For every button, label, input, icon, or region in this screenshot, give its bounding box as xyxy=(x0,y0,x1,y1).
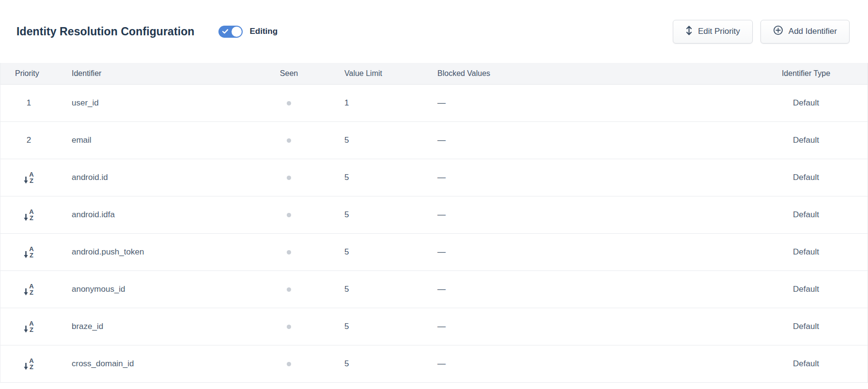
identifier-name: user_id xyxy=(72,98,99,107)
down-arrow-icon xyxy=(24,251,28,258)
editing-toggle-group: Editing xyxy=(218,26,278,38)
add-identifier-label: Add Identifier xyxy=(789,27,837,36)
identifiers-table: Priority Identifier Seen Value Limit Blo… xyxy=(0,63,868,383)
sort-alphabetical-icon: A Z xyxy=(23,283,35,296)
seen-indicator-dot xyxy=(287,213,291,217)
blocked-values: — xyxy=(427,196,744,233)
table-row[interactable]: 2 A Z email 5 — Default xyxy=(0,121,868,159)
seen-indicator-dot xyxy=(287,287,291,292)
table-row[interactable]: A Z android.push_token 5 — Default xyxy=(0,233,868,270)
blocked-values: — xyxy=(427,270,744,308)
header-actions: Edit Priority Add Identifier xyxy=(673,20,850,44)
identifier-name: braze_id xyxy=(72,322,103,331)
value-limit: 5 xyxy=(315,270,427,308)
add-identifier-button[interactable]: Add Identifier xyxy=(760,20,850,44)
blocked-values: — xyxy=(427,308,744,345)
identifier-type: Default xyxy=(744,196,868,233)
editing-toggle[interactable] xyxy=(218,26,243,38)
identifier-type: Default xyxy=(744,345,868,382)
identifier-type: Default xyxy=(744,308,868,345)
page-header: Identity Resolution Configuration Editin… xyxy=(0,0,868,63)
sort-alphabetical-icon: A Z xyxy=(23,246,35,258)
identifier-name: android.id xyxy=(72,173,108,182)
identifier-type: Default xyxy=(744,84,868,121)
value-limit: 5 xyxy=(315,308,427,345)
table-row[interactable]: A Z braze_id 5 — Default xyxy=(0,308,868,345)
identifier-type: Default xyxy=(744,233,868,270)
table-row[interactable]: A Z cross_domain_id 5 — Default xyxy=(0,345,868,382)
seen-indicator-dot xyxy=(287,138,291,143)
identifier-name: cross_domain_id xyxy=(72,359,134,368)
edit-priority-button[interactable]: Edit Priority xyxy=(673,20,753,44)
down-arrow-icon xyxy=(24,176,28,184)
table-header-row: Priority Identifier Seen Value Limit Blo… xyxy=(0,63,868,84)
column-header-seen: Seen xyxy=(263,63,315,84)
seen-indicator-dot xyxy=(287,176,291,180)
sort-alphabetical-icon: A Z xyxy=(23,320,35,333)
value-limit: 1 xyxy=(315,84,427,121)
check-icon xyxy=(222,29,228,34)
column-header-priority: Priority xyxy=(0,63,57,84)
sort-alphabetical-icon: A Z xyxy=(23,171,35,184)
seen-indicator-dot xyxy=(287,250,291,254)
table-row[interactable]: 1 A Z user_id 1 — Default xyxy=(0,84,868,121)
down-arrow-icon xyxy=(24,213,28,221)
identifier-type: Default xyxy=(744,159,868,196)
blocked-values: — xyxy=(427,159,744,196)
up-down-arrows-icon xyxy=(685,25,693,39)
column-header-value-limit: Value Limit xyxy=(315,63,427,84)
toggle-knob xyxy=(232,27,242,37)
seen-indicator-dot xyxy=(287,101,291,105)
seen-indicator-dot xyxy=(287,325,291,329)
down-arrow-icon xyxy=(24,362,28,370)
value-limit: 5 xyxy=(315,196,427,233)
plus-circle-icon xyxy=(773,25,783,38)
column-header-blocked-values: Blocked Values xyxy=(427,63,744,84)
table-row[interactable]: A Z anonymous_id 5 — Default xyxy=(0,270,868,308)
blocked-values: — xyxy=(427,345,744,382)
identifier-type: Default xyxy=(744,270,868,308)
value-limit: 5 xyxy=(315,121,427,159)
identifier-name: email xyxy=(72,135,92,145)
priority-value: 2 xyxy=(27,135,31,145)
value-limit: 5 xyxy=(315,159,427,196)
edit-priority-label: Edit Priority xyxy=(698,27,740,36)
value-limit: 5 xyxy=(315,345,427,382)
identifier-name: android.push_token xyxy=(72,247,144,256)
seen-indicator-dot xyxy=(287,362,291,366)
table-row[interactable]: A Z android.idfa 5 — Default xyxy=(0,196,868,233)
down-arrow-icon xyxy=(24,325,28,333)
value-limit: 5 xyxy=(315,233,427,270)
table-row[interactable]: A Z android.id 5 — Default xyxy=(0,159,868,196)
sort-alphabetical-icon: A Z xyxy=(23,358,35,370)
blocked-values: — xyxy=(427,84,744,121)
priority-value: 1 xyxy=(27,98,31,107)
page-title: Identity Resolution Configuration xyxy=(16,25,194,38)
identifier-name: anonymous_id xyxy=(72,284,125,294)
sort-alphabetical-icon: A Z xyxy=(23,209,35,221)
identifier-type: Default xyxy=(744,121,868,159)
column-header-identifier-type: Identifier Type xyxy=(744,63,868,84)
editing-toggle-label: Editing xyxy=(249,27,278,36)
identifier-name: android.idfa xyxy=(72,210,115,219)
down-arrow-icon xyxy=(24,288,28,296)
blocked-values: — xyxy=(427,233,744,270)
blocked-values: — xyxy=(427,121,744,159)
column-header-identifier: Identifier xyxy=(57,63,263,84)
